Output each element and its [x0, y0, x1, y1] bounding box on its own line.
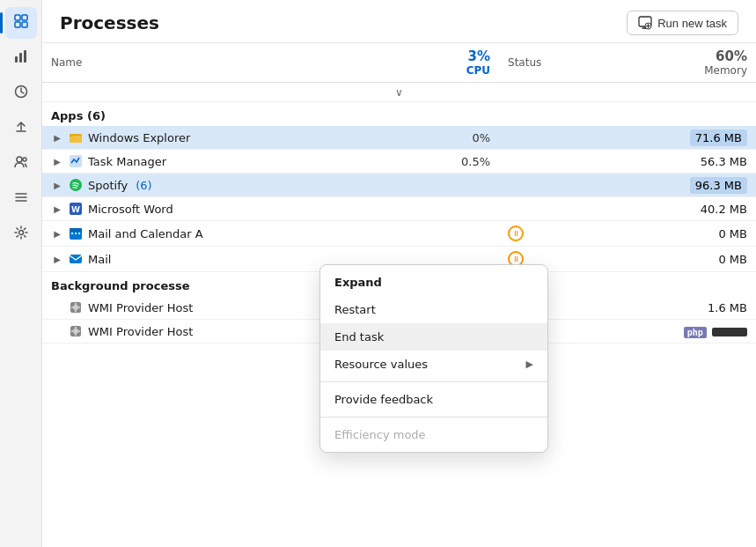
page-title: Processes [60, 12, 159, 33]
row-name-cell: ▶ Task Manager [42, 150, 414, 174]
collapse-chevron-icon[interactable]: ∨ [395, 86, 403, 99]
svg-rect-1 [22, 15, 27, 20]
expand-arrow-icon[interactable]: ▶ [51, 203, 63, 215]
app-name: Task Manager [88, 155, 166, 168]
svg-rect-29 [70, 228, 82, 232]
processes-icon [13, 13, 29, 33]
main-content: Processes Run new task Name [42, 0, 756, 547]
svg-point-14 [18, 231, 23, 235]
memory-value: 1.6 MB [628, 296, 756, 320]
svg-rect-3 [22, 22, 27, 27]
svg-rect-4 [15, 56, 18, 63]
run-new-task-button[interactable]: Run new task [627, 11, 738, 35]
status-value [499, 150, 628, 174]
table-row[interactable]: ▶ Windows Explorer 0% 71.6 MB [42, 126, 756, 150]
expand-arrow-icon[interactable]: ▶ [51, 155, 63, 167]
svg-rect-31 [75, 233, 77, 234]
row-name-cell: ▶ Windows Explorer [42, 126, 414, 150]
memory-value: php [628, 320, 756, 344]
table-row[interactable]: ▶ Task Manager 0.5% 56.3 MB [42, 150, 756, 174]
sidebar-item-processes[interactable] [5, 7, 37, 39]
app-name: Mail [88, 253, 111, 266]
table-row[interactable]: ▶ Mail and Calendar A ⏸ 0 MB [42, 221, 756, 247]
col-header-name[interactable]: Name [42, 43, 414, 83]
table-row[interactable]: ▶ Spotify (6) 96.3 MB [42, 174, 756, 197]
sidebar-item-details[interactable] [5, 183, 37, 215]
sidebar-item-services[interactable] [5, 218, 37, 250]
app-name: Windows Explorer [88, 131, 190, 144]
word-icon: W [69, 202, 83, 216]
sidebar-item-users[interactable] [5, 148, 37, 180]
ctx-separator [320, 381, 547, 382]
svg-rect-22 [70, 136, 82, 143]
col-header-memory[interactable]: 60% Memory [628, 43, 756, 83]
ctx-efficiency-mode: Efficiency mode [320, 421, 547, 448]
memory-value: 71.6 MB [628, 126, 756, 150]
table-row[interactable]: ▶ W Microsoft Word 40.2 MB [42, 197, 756, 221]
status-value [499, 197, 628, 221]
svg-rect-32 [78, 233, 80, 234]
svg-point-10 [23, 158, 26, 161]
cpu-value: 0.5% [414, 150, 499, 174]
expand-arrow-icon[interactable]: ▶ [51, 253, 63, 265]
apps-section-header: Apps (6) [42, 102, 756, 127]
context-menu: Expand Restart End task Resource values … [319, 264, 548, 453]
ctx-end-task[interactable]: End task [320, 323, 547, 351]
col-header-cpu[interactable]: 3% CPU [414, 43, 499, 83]
col-header-status[interactable]: Status [499, 43, 628, 83]
ctx-restart[interactable]: Restart [320, 296, 547, 323]
svg-rect-30 [71, 233, 73, 234]
svg-text:W: W [71, 205, 80, 214]
expand-arrow-icon[interactable]: ▶ [51, 179, 63, 191]
startup-icon [13, 119, 29, 138]
row-name-cell: ▶ W Microsoft Word [42, 197, 414, 221]
ctx-provide-feedback[interactable]: Provide feedback [320, 386, 547, 413]
ctx-resource-values[interactable]: Resource values ▶ [320, 351, 547, 378]
apps-section-label: Apps (6) [51, 109, 106, 122]
sidebar-item-history[interactable] [5, 78, 37, 109]
expand-arrow-icon[interactable] [51, 325, 63, 337]
app-name: WMI Provider Host [88, 325, 193, 338]
memory-value: 0 MB [628, 247, 756, 272]
bg-section-label: Background processe [51, 279, 190, 292]
services-icon [13, 225, 29, 244]
run-new-task-icon [638, 16, 652, 30]
app-count: (6) [136, 179, 151, 192]
ctx-separator2 [320, 417, 547, 418]
memory-value: 56.3 MB [628, 150, 756, 174]
collapse-row[interactable]: ∨ [42, 83, 756, 102]
memory-value: 96.3 MB [628, 174, 756, 197]
row-name-cell: ▶ Mail and Calendar A [42, 221, 414, 247]
wmi-icon [69, 300, 83, 314]
app-name: Mail and Calendar A [88, 227, 203, 240]
row-name-cell: ▶ Spotify (6) [42, 174, 414, 197]
header: Processes Run new task [42, 0, 756, 43]
svg-rect-33 [70, 255, 82, 263]
performance-icon [13, 48, 29, 68]
wmi-icon2 [69, 324, 83, 338]
cpu-value [414, 197, 499, 221]
mail-icon [69, 252, 83, 266]
svg-rect-6 [24, 50, 26, 63]
memory-value: 0 MB [628, 221, 756, 247]
status-value: ⏸ [499, 221, 628, 247]
ctx-expand[interactable]: Expand [320, 269, 547, 296]
expand-arrow-icon[interactable]: ▶ [51, 131, 63, 144]
cpu-value [414, 174, 499, 197]
svg-point-9 [17, 157, 22, 162]
details-icon [13, 189, 29, 209]
svg-point-35 [73, 305, 78, 310]
sidebar [0, 0, 42, 547]
users-icon [13, 154, 29, 174]
cpu-value [414, 221, 499, 247]
paused-icon: ⏸ [508, 225, 524, 241]
windows-explorer-icon [69, 130, 83, 144]
submenu-arrow-icon: ▶ [526, 359, 533, 370]
sidebar-item-performance[interactable] [5, 42, 37, 74]
expand-arrow-icon[interactable]: ▶ [51, 227, 63, 240]
status-value [499, 174, 628, 197]
expand-arrow-icon[interactable] [51, 301, 63, 314]
svg-rect-2 [15, 22, 20, 27]
sidebar-item-startup[interactable] [5, 113, 37, 144]
app-name: WMI Provider Host [88, 301, 193, 314]
